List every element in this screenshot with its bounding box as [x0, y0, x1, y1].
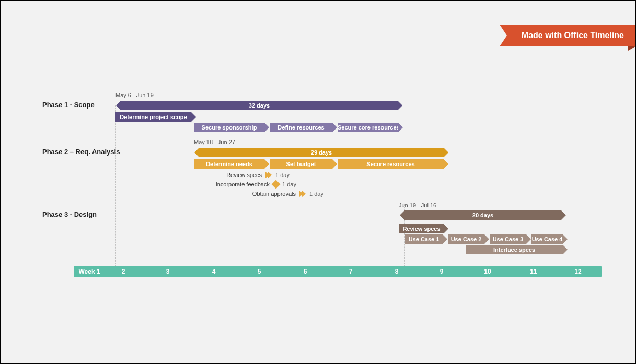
- bar-label: 29 days: [311, 148, 332, 157]
- phase2-task-secure: Secure resources: [338, 159, 444, 169]
- phase1-task-secure-core: Secure core resources: [338, 123, 398, 132]
- bar-label: Use Case 2: [451, 234, 482, 244]
- phase3-task-uc4: Use Case 4: [531, 234, 563, 244]
- bar-label: Secure resources: [366, 159, 414, 169]
- phase3-task-interface: Interface specs: [466, 245, 563, 254]
- timeline-chart: Phase 1 - Scope May 6 - Jun 19 32 days D…: [42, 89, 602, 283]
- bar-label: 32 days: [249, 101, 270, 110]
- phase3-task-uc1: Use Case 1: [405, 234, 443, 244]
- date-range-phase2: May 18 - Jun 27: [194, 139, 235, 145]
- bar-label: Interface specs: [493, 245, 535, 254]
- phase1-task-scope: Determine project scope: [115, 112, 191, 122]
- vline: [449, 152, 449, 267]
- milestone-incorporate: Incorporate feedback 1 day: [210, 180, 296, 189]
- diamond-icon: [272, 180, 281, 189]
- phase1-task-define: Define resources: [270, 123, 332, 132]
- milestone-label: Incorporate feedback: [210, 180, 270, 189]
- bar-label: Use Case 3: [493, 234, 524, 244]
- row-label-phase3: Phase 3 - Design: [42, 210, 97, 218]
- phase3-summary-bar: 20 days: [404, 210, 561, 220]
- milestone-label: Review specs: [220, 170, 262, 180]
- axis-tick: 7: [349, 266, 353, 277]
- bar-label: Secure sponsorship: [202, 123, 257, 132]
- axis-tick: 12: [574, 266, 581, 277]
- chevron-icon: [265, 171, 272, 179]
- axis-tick: 8: [395, 266, 399, 277]
- milestone-duration: 1 day: [275, 170, 290, 180]
- axis-tick: 6: [304, 266, 307, 277]
- bar-label: Secure core resources: [338, 123, 400, 132]
- axis-tick: 3: [166, 266, 170, 277]
- axis-tick: 10: [484, 266, 491, 277]
- milestone-duration: 1 day: [282, 180, 296, 189]
- row-label-phase2: Phase 2 – Req. Analysis: [42, 148, 120, 156]
- bar-label: Use Case 1: [409, 234, 440, 244]
- phase3-task-reviewspecs: Review specs: [399, 224, 444, 233]
- bar-label: Define resources: [277, 123, 324, 132]
- axis-tick: 4: [212, 266, 216, 277]
- bar-label: Determine project scope: [120, 112, 187, 122]
- axis-tick: 11: [530, 266, 537, 277]
- axis-tick: Week 1: [78, 266, 100, 277]
- phase3-task-uc2: Use Case 2: [448, 234, 484, 244]
- ribbon-label: Made with Office Timeline: [522, 31, 624, 40]
- axis-tick: 2: [122, 266, 125, 277]
- row-label-phase1: Phase 1 - Scope: [42, 101, 95, 109]
- bar-label: Determine needs: [206, 159, 252, 169]
- phase1-task-sponsorship: Secure sponsorship: [194, 123, 264, 132]
- bar-label: Set budget: [286, 159, 316, 169]
- bar-label: Review specs: [402, 224, 440, 233]
- vline: [115, 105, 116, 267]
- milestone-review-specs: Review specs 1 day: [220, 170, 290, 180]
- phase2-summary-bar: 29 days: [199, 148, 444, 157]
- phase2-task-budget: Set budget: [270, 159, 332, 169]
- ribbon-banner: Made with Office Timeline: [507, 25, 635, 46]
- phase3-task-uc3: Use Case 3: [490, 234, 526, 244]
- bar-label: 20 days: [472, 210, 493, 220]
- axis-tick: 5: [258, 266, 261, 277]
- date-range-phase1: May 6 - Jun 19: [115, 92, 154, 98]
- phase2-task-needs: Determine needs: [194, 159, 264, 169]
- milestone-approvals: Obtain approvals 1 day: [246, 189, 323, 198]
- axis-tick: 9: [440, 266, 444, 277]
- bar-label: Use Case 4: [532, 234, 563, 244]
- chevron-icon: [299, 190, 306, 197]
- milestone-duration: 1 day: [309, 189, 323, 198]
- week-axis: Week 1 2 3 4 5 6 7 8 9 10 11 12: [74, 266, 602, 277]
- phase1-summary-bar: 32 days: [121, 101, 398, 110]
- date-range-phase3: Jun 19 - Jul 16: [399, 202, 436, 208]
- milestone-label: Obtain approvals: [246, 189, 296, 198]
